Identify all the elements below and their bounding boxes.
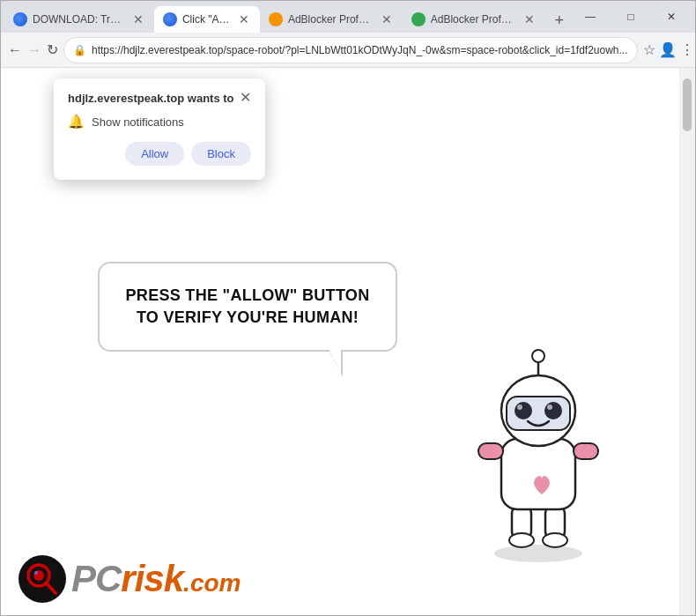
tab2-title: Click "Allow" [182,13,232,26]
tab4-title: AdBlocker Professio... [431,13,517,26]
pcrisk-text: PCrisk.com [71,558,241,600]
tab4-favicon [411,12,426,26]
new-tab-button[interactable]: + [549,8,571,33]
svg-point-11 [515,402,532,419]
account-icon[interactable]: 👤 [659,41,677,58]
refresh-button[interactable]: ↻ [47,38,58,63]
svg-point-4 [543,533,567,547]
tab-bar: DOWNLOAD: Transfo... ✕ Click "Allow" ✕ A… [1,1,695,33]
speech-bubble-text: PRESS THE "ALLOW" BUTTON TO VERIFY YOU'R… [126,286,370,326]
pcrisk-text-com: com [190,569,241,597]
tab2-close[interactable]: ✕ [237,12,251,26]
forward-button[interactable]: → [27,38,41,63]
pcrisk-logo: PCrisk.com [19,555,241,603]
tab2-favicon [163,12,177,26]
notif-description: Show notifications [92,115,184,129]
notification-popup: hdjlz.everestpeak.top wants to ✕ 🔔 Show … [54,78,265,180]
svg-point-0 [494,545,582,562]
svg-rect-5 [501,439,575,509]
block-button[interactable]: Block [191,142,251,166]
svg-rect-6 [478,443,503,459]
page-content: hdjlz.everestpeak.top wants to ✕ 🔔 Show … [1,68,695,615]
notif-header: hdjlz.everestpeak.top wants to ✕ [68,91,251,105]
tab4-close[interactable]: ✕ [522,12,537,26]
maximize-button[interactable]: □ [611,4,651,29]
tab-adblocker2[interactable]: AdBlocker Professio... ✕ [403,6,545,33]
tab3-close[interactable]: ✕ [380,12,394,26]
notif-row: 🔔 Show notifications [68,114,251,130]
tab1-title: DOWNLOAD: Transfo... [33,13,126,26]
close-button[interactable]: ✕ [651,4,692,29]
url-display: https://hdjlz.everestpeak.top/space-robo… [92,44,628,56]
notif-close-button[interactable]: ✕ [240,91,251,105]
bookmark-icon[interactable]: ☆ [643,41,655,58]
tab3-title: AdBlocker Professio... [288,13,374,26]
bell-icon: 🔔 [68,114,85,130]
svg-point-20 [34,571,38,575]
svg-rect-7 [574,443,598,459]
allow-button[interactable]: Allow [125,142,184,166]
notif-actions: Allow Block [68,142,251,166]
tab3-favicon [269,12,283,26]
minimize-button[interactable]: — [570,4,611,29]
tab-click-allow[interactable]: Click "Allow" ✕ [154,6,260,33]
tab-download[interactable]: DOWNLOAD: Transfo... ✕ [4,6,154,33]
lock-icon: 🔒 [73,44,86,56]
pcrisk-text-dot: . [183,569,190,597]
svg-point-3 [509,533,534,547]
address-bar[interactable]: 🔒 https://hdjlz.everestpeak.top/space-ro… [63,37,638,63]
toolbar-right: ☆ 👤 ⋮ [643,41,694,58]
speech-bubble-container: PRESS THE "ALLOW" BUTTON TO VERIFY YOU'R… [98,262,397,352]
toolbar: ← → ↻ 🔒 https://hdjlz.everestpeak.top/sp… [1,33,695,68]
chrome-window: DOWNLOAD: Transfo... ✕ Click "Allow" ✕ A… [0,0,696,616]
tab-adblocker1[interactable]: AdBlocker Professio... ✕ [260,6,403,33]
scrollbar[interactable] [679,68,695,615]
notif-title: hdjlz.everestpeak.top wants to [68,92,234,105]
pcrisk-text-risk: risk [121,558,183,599]
speech-bubble: PRESS THE "ALLOW" BUTTON TO VERIFY YOU'R… [98,262,397,352]
svg-point-14 [547,404,552,410]
svg-point-12 [544,402,562,419]
page-inner: hdjlz.everestpeak.top wants to ✕ 🔔 Show … [1,68,679,615]
scrollbar-thumb[interactable] [683,78,692,131]
svg-point-16 [532,350,544,362]
menu-icon[interactable]: ⋮ [680,41,694,58]
window-controls: — □ ✕ [570,4,692,33]
robot-image [450,333,626,562]
tab1-favicon [13,12,27,26]
back-button[interactable]: ← [8,38,22,63]
svg-point-13 [517,404,522,410]
pcrisk-text-pc: PC [71,558,121,599]
pcrisk-icon [19,555,66,603]
tab1-close[interactable]: ✕ [131,12,145,26]
